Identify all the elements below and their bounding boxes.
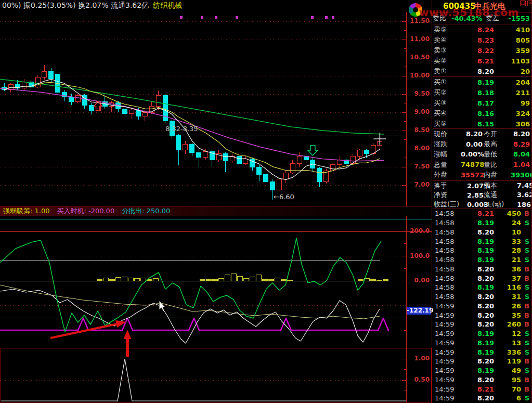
- tape-row: 14:598.20260B: [433, 320, 532, 329]
- bid-row[interactable]: 买④8.16324: [433, 108, 532, 119]
- bid-row[interactable]: 买③8.1799: [433, 98, 532, 108]
- field-label: 最高: [483, 139, 511, 149]
- tape-price: 8.20: [462, 265, 494, 273]
- tape-price: 8.20: [462, 228, 494, 236]
- field-value: 8.04: [511, 150, 530, 158]
- level-label: 卖④: [433, 35, 457, 45]
- tape-side: B: [521, 302, 530, 310]
- tape-side: B: [521, 376, 530, 384]
- level-price: 8.23: [457, 36, 494, 44]
- tape-volume: 450: [494, 210, 521, 217]
- level-volume: 359: [494, 47, 530, 55]
- field-label: 涨跌: [433, 139, 461, 149]
- tape-time: 14:59: [433, 302, 462, 310]
- level-volume: 324: [494, 110, 530, 118]
- bid-row[interactable]: 买②8.18211: [433, 87, 532, 98]
- tape-row: 14:588.2036B: [433, 265, 532, 274]
- tape-row: 14:598.2170B: [433, 384, 532, 394]
- industry-tag: 纺织机械: [153, 1, 182, 11]
- field-label: 净资: [433, 190, 467, 200]
- tape-price: 8.19: [462, 219, 494, 227]
- field-label: 总量: [433, 160, 461, 170]
- tape-side: S: [521, 367, 530, 374]
- axis-label: 0.00: [407, 277, 430, 284]
- level-label: 卖⑤: [433, 25, 457, 34]
- field-value: 2.85: [467, 191, 483, 199]
- stock-info-text: 00%) 振0.25(3.05%) 换2.07% 流通3.62亿: [2, 1, 149, 11]
- tape-row: 14:588.2010: [433, 228, 532, 237]
- level-price: 8.16: [457, 110, 494, 118]
- tape-time: 14:59: [433, 376, 462, 384]
- tape-volume: 119: [494, 357, 521, 365]
- separator: [433, 128, 531, 129]
- tape-row: 14:598.1949S: [433, 366, 532, 375]
- tape-row: 14:588.19116S: [433, 283, 532, 292]
- tape-time: 14:59: [433, 311, 462, 319]
- ask-row[interactable]: 卖⑤8.24410: [433, 24, 532, 35]
- ask-row[interactable]: 卖④8.23805: [433, 35, 532, 45]
- tape-row: 14:588.1928S: [433, 246, 532, 255]
- tape-side: S: [521, 283, 530, 291]
- ask-row[interactable]: 卖①8.2020: [433, 66, 532, 76]
- tape-price: 8.19: [462, 367, 494, 374]
- field-value: 2.07%: [467, 182, 483, 190]
- field-value: 0.00%: [461, 150, 483, 158]
- tape-price: 8.21: [462, 210, 494, 217]
- window-buttons[interactable]: □ ×: [520, 1, 532, 6]
- price-range-label: 8.32-8.35: [165, 125, 198, 133]
- tape-volume: 36: [494, 265, 521, 273]
- tape-time: 14:59: [433, 330, 462, 337]
- level-price: 8.22: [457, 47, 494, 55]
- tape-row: 14:588.1921S: [433, 255, 532, 265]
- ask-row[interactable]: 卖②8.211103: [433, 56, 532, 66]
- field-label: 涨幅: [433, 150, 461, 159]
- tape-volume: 37: [494, 275, 521, 282]
- bid-row[interactable]: 买⑤8.15306: [433, 119, 532, 129]
- bid-row[interactable]: 买①8.19204: [433, 77, 532, 87]
- tape-time: 14:59: [433, 385, 462, 393]
- tape-row: 14:598.20119B: [433, 357, 532, 366]
- axis-label: 100.0: [407, 252, 430, 259]
- tape-side: B: [521, 210, 530, 217]
- tape-side: S: [521, 256, 530, 264]
- tape-time: 14:58: [433, 256, 462, 264]
- top-status-bar: 00%) 振0.25(3.05%) 换2.07% 流通3.62亿 纺织机械: [2, 1, 182, 11]
- close-icon[interactable]: ×: [527, 1, 532, 6]
- tape-price: 8.20: [462, 320, 494, 328]
- level-volume: 805: [494, 36, 530, 44]
- tape-side: B: [521, 385, 530, 393]
- field-value: 0.003: [467, 201, 483, 209]
- tape-row: 14:598.2095B: [433, 375, 532, 385]
- axis-label: 11.00: [407, 35, 430, 43]
- tape-row: 14:588.2031S: [433, 292, 532, 302]
- tape-volume: 49: [494, 367, 521, 374]
- tape-price: 8.20: [462, 302, 494, 310]
- tape-price: 8.20: [462, 293, 494, 301]
- indicator-param: 分批出: 250.00: [122, 206, 170, 216]
- tape-price: 8.20: [462, 376, 494, 384]
- tape-side: B: [521, 357, 530, 365]
- tape-time: 14:58: [433, 228, 462, 236]
- level-label: 买③: [433, 98, 457, 108]
- tape-price: 8.20: [462, 357, 494, 365]
- field-value: 39306: [511, 171, 530, 179]
- tape-side: B: [521, 311, 530, 319]
- field-label: 量比: [483, 160, 511, 170]
- axis-label: 9.50: [407, 90, 430, 97]
- level-label: 卖③: [433, 46, 457, 55]
- level-price: 8.24: [457, 26, 494, 34]
- tape-row: 14:598.1913S: [433, 339, 532, 348]
- restore-icon[interactable]: □: [520, 1, 526, 6]
- tape-price: 8.21: [462, 385, 494, 393]
- tape-volume: 24: [494, 219, 521, 227]
- quote-row: 涨幅0.00%最低8.04: [433, 149, 532, 160]
- separator: [433, 180, 531, 181]
- ask-row[interactable]: 卖③8.22359: [433, 45, 532, 56]
- tdx-window: 00%) 振0.25(3.05%) 换2.07% 流通3.62亿 纺织机械 60…: [0, 0, 532, 403]
- time-sales-list[interactable]: 14:588.21450B14:588.1924S14:588.201014:5…: [433, 209, 532, 403]
- tape-side: B: [521, 275, 530, 282]
- quote-row: 净资2.85流通3.62亿: [433, 190, 532, 200]
- axis-label: 1.00: [407, 355, 430, 362]
- level-label: 卖②: [433, 56, 457, 66]
- tape-row: 14:598.206S: [433, 394, 532, 403]
